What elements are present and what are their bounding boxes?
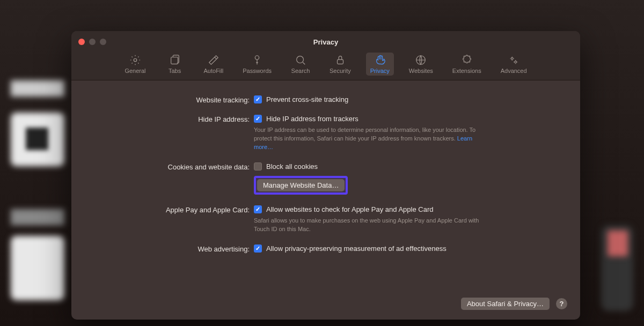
tab-label: AutoFill bbox=[204, 68, 224, 74]
highlight-annotation: Manage Website Data… bbox=[254, 176, 348, 195]
gear-icon bbox=[129, 54, 141, 66]
tab-label: General bbox=[125, 68, 145, 74]
tabs-icon bbox=[169, 54, 181, 66]
row-website-tracking: Website tracking: Prevent cross-site tra… bbox=[98, 95, 553, 104]
tab-passwords[interactable]: Passwords bbox=[238, 53, 276, 76]
pencil-icon bbox=[208, 54, 219, 66]
block-all-cookies-checkbox[interactable] bbox=[254, 162, 262, 171]
tab-privacy[interactable]: Privacy bbox=[366, 53, 394, 76]
row-label: Web advertising: bbox=[98, 244, 254, 253]
tab-label: Websites bbox=[409, 68, 433, 74]
hide-ip-checkbox[interactable] bbox=[254, 115, 262, 123]
svg-point-3 bbox=[297, 56, 304, 63]
checkbox-label: Prevent cross-site tracking bbox=[266, 95, 348, 103]
row-hide-ip: Hide IP address: Hide IP address from tr… bbox=[98, 115, 553, 152]
content-area: Website tracking: Prevent cross-site tra… bbox=[71, 80, 580, 253]
desktop-blur-item bbox=[11, 236, 64, 300]
desktop-blur-item bbox=[26, 128, 48, 150]
tab-label: Privacy bbox=[370, 68, 390, 74]
tab-websites[interactable]: Websites bbox=[405, 53, 437, 76]
tab-general[interactable]: General bbox=[120, 53, 150, 76]
window-title: Privacy bbox=[71, 38, 580, 46]
globe-icon bbox=[415, 54, 427, 66]
manage-website-data-button[interactable]: Manage Website Data… bbox=[257, 179, 345, 191]
checkbox-label: Hide IP address from trackers bbox=[266, 115, 358, 123]
key-icon bbox=[251, 54, 263, 66]
prevent-cross-site-tracking-checkbox[interactable] bbox=[254, 95, 262, 103]
row-label: Hide IP address: bbox=[98, 115, 254, 123]
tab-label: Security bbox=[330, 68, 351, 74]
tab-advanced[interactable]: Advanced bbox=[496, 53, 531, 76]
tab-search[interactable]: Search bbox=[287, 53, 314, 76]
svg-point-6 bbox=[511, 57, 514, 60]
row-apple-pay: Apple Pay and Apple Card: Allow websites… bbox=[98, 205, 553, 234]
row-label: Cookies and website data: bbox=[98, 162, 254, 171]
checkbox-label: Block all cookies bbox=[266, 162, 318, 171]
help-button[interactable]: ? bbox=[556, 298, 567, 309]
svg-point-7 bbox=[515, 61, 517, 63]
tab-label: Advanced bbox=[501, 68, 527, 74]
apple-pay-checkbox[interactable] bbox=[254, 205, 262, 213]
row-web-advertising: Web advertising: Allow privacy-preservin… bbox=[98, 244, 553, 253]
tab-label: Search bbox=[291, 68, 310, 74]
row-cookies: Cookies and website data: Block all cook… bbox=[98, 162, 553, 195]
bottom-bar: About Safari & Privacy… ? bbox=[461, 298, 567, 310]
preferences-window: Privacy General Tabs AutoFill Passwords … bbox=[71, 31, 580, 320]
checkbox-label: Allow privacy-preserving measurement of … bbox=[266, 244, 447, 253]
desktop-blur-item bbox=[11, 80, 64, 97]
tab-label: Passwords bbox=[243, 68, 272, 74]
tab-security[interactable]: Security bbox=[325, 53, 355, 76]
row-label: Apple Pay and Apple Card: bbox=[98, 205, 254, 214]
desktop-blur-item bbox=[11, 209, 64, 225]
tab-label: Extensions bbox=[452, 68, 481, 74]
search-icon bbox=[295, 54, 306, 66]
svg-point-2 bbox=[255, 56, 259, 60]
desktop-blur-item bbox=[608, 231, 628, 256]
tab-tabs[interactable]: Tabs bbox=[161, 53, 189, 76]
hide-ip-description: Your IP address can be used to determine… bbox=[254, 126, 490, 152]
web-advertising-checkbox[interactable] bbox=[254, 244, 262, 253]
svg-rect-1 bbox=[171, 57, 178, 64]
apple-pay-description: Safari allows you to make purchases on t… bbox=[254, 217, 490, 234]
preferences-toolbar: General Tabs AutoFill Passwords Search S bbox=[71, 50, 580, 78]
gears-icon bbox=[508, 54, 519, 66]
puzzle-icon bbox=[461, 54, 473, 66]
titlebar: Privacy General Tabs AutoFill Passwords … bbox=[71, 31, 580, 80]
svg-rect-4 bbox=[337, 60, 343, 64]
tab-autofill[interactable]: AutoFill bbox=[200, 53, 228, 76]
about-safari-privacy-button[interactable]: About Safari & Privacy… bbox=[461, 298, 550, 310]
lock-icon bbox=[334, 54, 346, 66]
checkbox-label: Allow websites to check for Apple Pay an… bbox=[266, 205, 433, 213]
tab-label: Tabs bbox=[169, 68, 181, 74]
row-label: Website tracking: bbox=[98, 95, 254, 104]
tab-extensions[interactable]: Extensions bbox=[448, 53, 486, 76]
svg-point-0 bbox=[134, 58, 137, 62]
hand-icon bbox=[374, 54, 386, 66]
